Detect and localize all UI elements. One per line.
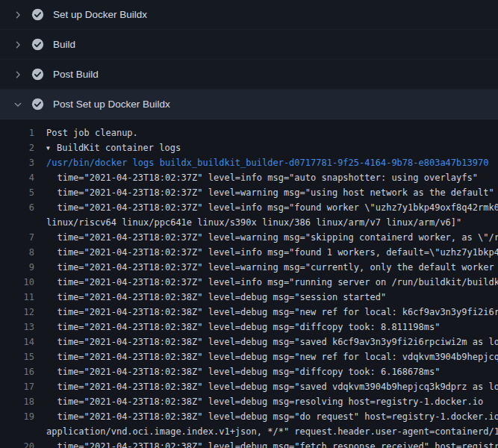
line-text: time="2021-04-23T18:02:37Z" level=warnin… <box>46 230 498 245</box>
log-line: 4 time="2021-04-23T18:02:37Z" level=info… <box>0 170 498 185</box>
line-number[interactable]: 10 <box>0 275 34 290</box>
log-line: 5 time="2021-04-23T18:02:37Z" level=warn… <box>0 185 498 200</box>
line-number[interactable]: 16 <box>0 364 34 379</box>
group-label: BuildKit container logs <box>57 143 181 153</box>
log-line: 3 /usr/bin/docker logs buildx_buildkit_b… <box>0 155 498 170</box>
section-label: Set up Docker Buildx <box>53 9 147 20</box>
line-number[interactable]: 6 <box>0 200 34 215</box>
line-text: time="2021-04-23T18:02:38Z" level=debug … <box>46 394 498 409</box>
triangle-down-icon: ▼ <box>46 141 57 155</box>
line-number[interactable]: 17 <box>0 379 34 394</box>
log-line: 8 time="2021-04-23T18:02:37Z" level=info… <box>0 245 498 260</box>
check-circle-icon <box>31 38 44 51</box>
log-line: 16 time="2021-04-23T18:02:38Z" level=deb… <box>0 364 498 379</box>
section-post-set-up-docker-buildx[interactable]: Post Set up Docker Buildx <box>0 90 498 119</box>
check-circle-icon <box>31 8 44 21</box>
section-label: Post Build <box>53 69 99 80</box>
section-label: Post Set up Docker Buildx <box>53 99 170 110</box>
line-text: time="2021-04-23T18:02:38Z" level=debug … <box>46 379 498 394</box>
chevron-right-icon <box>12 69 24 81</box>
line-text: time="2021-04-23T18:02:37Z" level=info m… <box>46 245 498 260</box>
log-line: 12 time="2021-04-23T18:02:38Z" level=deb… <box>0 305 498 320</box>
log-line: 20 time="2021-04-23T18:02:38Z" level=deb… <box>0 439 498 448</box>
log-line: 19 time="2021-04-23T18:02:38Z" level=deb… <box>0 409 498 424</box>
line-text: time="2021-04-23T18:02:37Z" level=info m… <box>46 275 498 290</box>
line-number[interactable]: 20 <box>0 439 34 448</box>
line-number[interactable]: 3 <box>0 155 34 170</box>
log-line: 13 time="2021-04-23T18:02:38Z" level=deb… <box>0 320 498 335</box>
line-number[interactable]: 12 <box>0 305 34 320</box>
chevron-down-icon <box>12 99 24 111</box>
section-label: Build <box>53 39 75 50</box>
line-number[interactable]: 1 <box>0 125 34 140</box>
line-number[interactable]: 2 <box>0 140 34 155</box>
section-set-up-docker-buildx[interactable]: Set up Docker Buildx <box>0 0 498 30</box>
log-group-toggle[interactable]: 2 ▼BuildKit container logs <box>0 140 498 155</box>
log-line: 1 Post job cleanup. <box>0 125 498 140</box>
log-line: 7 time="2021-04-23T18:02:37Z" level=warn… <box>0 230 498 245</box>
line-text: time="2021-04-23T18:02:37Z" level=info m… <box>46 170 498 185</box>
line-number[interactable]: 19 <box>0 409 34 424</box>
line-number[interactable]: 18 <box>0 394 34 409</box>
log-line: 18 time="2021-04-23T18:02:38Z" level=deb… <box>0 394 498 409</box>
log-line: 14 time="2021-04-23T18:02:38Z" level=deb… <box>0 335 498 349</box>
log-line: 9 time="2021-04-23T18:02:37Z" level=warn… <box>0 260 498 275</box>
check-circle-icon <box>31 98 44 111</box>
log-line: 11 time="2021-04-23T18:02:38Z" level=deb… <box>0 290 498 305</box>
line-text: time="2021-04-23T18:02:38Z" level=debug … <box>46 409 498 424</box>
line-text: time="2021-04-23T18:02:38Z" level=debug … <box>46 335 498 349</box>
log-line: 6 time="2021-04-23T18:02:37Z" level=info… <box>0 200 498 215</box>
line-text: time="2021-04-23T18:02:38Z" level=debug … <box>46 364 498 379</box>
line-text: time="2021-04-23T18:02:37Z" level=warnin… <box>46 260 498 275</box>
chevron-right-icon <box>12 9 24 21</box>
line-number[interactable]: 5 <box>0 185 34 200</box>
section-post-build[interactable]: Post Build <box>0 60 498 90</box>
line-text: time="2021-04-23T18:02:37Z" level=info m… <box>46 200 498 215</box>
section-build[interactable]: Build <box>0 30 498 60</box>
workflow-steps-list: Set up Docker Buildx Build Post Build Po… <box>0 0 498 119</box>
line-number[interactable]: 14 <box>0 335 34 349</box>
line-number[interactable]: 15 <box>0 349 34 364</box>
line-text: linux/riscv64 linux/ppc641e linux/s390x … <box>46 215 498 230</box>
line-number[interactable]: 13 <box>0 320 34 335</box>
line-text: time="2021-04-23T18:02:38Z" level=debug … <box>46 290 498 305</box>
log-line: 17 time="2021-04-23T18:02:38Z" level=deb… <box>0 379 498 394</box>
log-line-continuation: application/vnd.oci.image.index.v1+json,… <box>0 424 498 439</box>
command-text: /usr/bin/docker logs buildx_buildkit_bui… <box>46 155 498 170</box>
chevron-right-icon <box>12 39 24 51</box>
line-number[interactable]: 7 <box>0 230 34 245</box>
line-number[interactable]: 8 <box>0 245 34 260</box>
log-line: 10 time="2021-04-23T18:02:37Z" level=inf… <box>0 275 498 290</box>
log-line: 15 time="2021-04-23T18:02:38Z" level=deb… <box>0 349 498 364</box>
line-number[interactable]: 11 <box>0 290 34 305</box>
line-text: time="2021-04-23T18:02:38Z" level=debug … <box>46 320 498 335</box>
line-text: time="2021-04-23T18:02:38Z" level=debug … <box>46 305 498 320</box>
step-log-output: 1 Post job cleanup. 2 ▼BuildKit containe… <box>0 119 498 448</box>
log-line-continuation: linux/riscv64 linux/ppc641e linux/s390x … <box>0 215 498 230</box>
line-number <box>0 424 34 439</box>
check-circle-icon <box>31 68 44 81</box>
line-number <box>0 215 34 230</box>
line-number[interactable]: 9 <box>0 260 34 275</box>
line-number[interactable]: 4 <box>0 170 34 185</box>
line-text: time="2021-04-23T18:02:38Z" level=debug … <box>46 349 498 364</box>
line-text: time="2021-04-23T18:02:38Z" level=debug … <box>46 439 498 448</box>
line-text: application/vnd.oci.image.index.v1+json,… <box>46 424 498 439</box>
line-text: time="2021-04-23T18:02:37Z" level=warnin… <box>46 185 498 200</box>
line-text: Post job cleanup. <box>46 125 498 140</box>
